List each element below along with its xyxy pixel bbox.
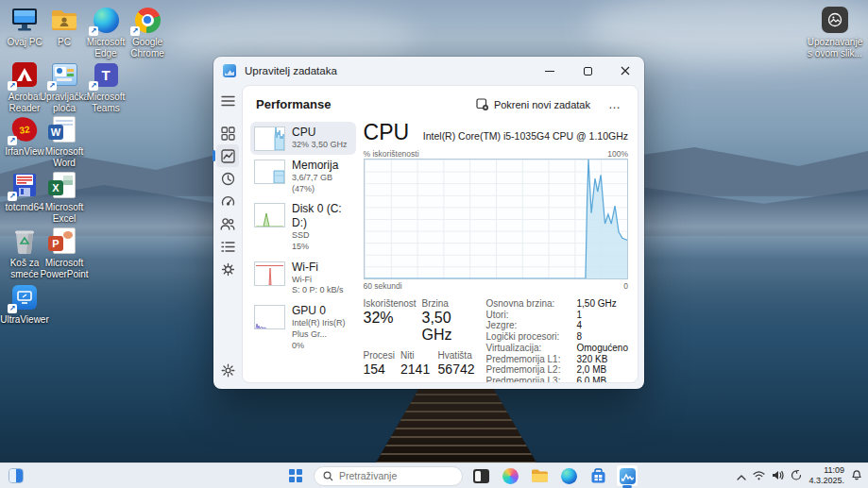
desktop-icon-ultraviewer[interactable]: UltraViewer [4, 283, 45, 326]
stat-label: Osnovna brzina: [486, 298, 577, 310]
search-icon [323, 471, 333, 481]
nav-app-history[interactable] [216, 167, 239, 190]
metric-item-wifi[interactable]: Wi-Fi Wi-Fi S: 0 P: 0 kB/s [250, 257, 356, 300]
start-button[interactable] [284, 464, 307, 487]
nav-performance[interactable] [216, 144, 239, 167]
window-title: Upravitelj zadataka [245, 65, 531, 76]
taskbar-search[interactable] [314, 466, 463, 486]
metric-name: Wi-Fi [292, 261, 344, 275]
gear-icon [221, 363, 235, 378]
nav-users[interactable] [216, 212, 239, 235]
cpu-usage-graph[interactable] [364, 159, 628, 279]
more-options-button[interactable]: … [604, 97, 626, 111]
stat-label: Hvatišta [438, 350, 475, 361]
notification-center-button[interactable] [851, 467, 862, 484]
metric-item-memory[interactable]: Memorija 3,6/7,7 GB (47%) [250, 155, 356, 198]
maximize-button[interactable] [569, 57, 606, 85]
nav-startup-apps[interactable] [216, 190, 239, 212]
desktop-icon-label: Microsoft Word [37, 146, 92, 168]
run-new-task-button[interactable]: Pokreni novi zadatak [468, 94, 598, 114]
stat-label: Logički procesori: [486, 331, 577, 343]
desktop-icon-label: Microsoft Teams [78, 92, 133, 113]
edge-button[interactable] [557, 464, 580, 487]
stat-value: 320 KB [577, 354, 608, 365]
microsoft-store-button[interactable] [587, 464, 609, 487]
stat-label: Predmemorija L3: [486, 376, 577, 383]
file-explorer-icon [531, 468, 549, 483]
minimize-button[interactable] [531, 57, 569, 85]
wifi-mini-graph [254, 261, 285, 286]
processes-icon [221, 126, 235, 141]
hamburger-menu-button[interactable] [216, 90, 239, 112]
tray-volume-button[interactable] [772, 467, 784, 484]
tray-date: 4.3.2025. [808, 476, 844, 486]
metric-name: GPU 0 [292, 304, 352, 318]
copilot-button[interactable] [499, 464, 521, 487]
startup-gauge-icon [221, 194, 235, 209]
task-view-button[interactable] [469, 464, 492, 487]
memory-mini-graph [254, 160, 285, 184]
taskbar-clock[interactable]: 11:09 4.3.2025. [808, 465, 844, 486]
floppy-disk-icon [9, 171, 40, 199]
widgets-icon [9, 468, 24, 483]
metric-item-cpu[interactable]: CPU 32% 3,50 GHz [250, 122, 356, 155]
services-gear-icon [221, 262, 235, 277]
stat-value: 1,50 GHz [577, 298, 617, 310]
disk-mini-graph [254, 203, 285, 227]
desktop-icon-spotlight[interactable]: Upoznavanje s ovom slik... [805, 6, 865, 59]
sync-arrow-icon [791, 470, 802, 480]
word-icon: W [49, 115, 79, 143]
metric-sub2: 15% [292, 242, 352, 253]
desktop-icon-powerpoint[interactable]: P Microsoft PowerPoint [43, 227, 85, 279]
metric-name: Disk 0 (C: D:) [292, 202, 352, 230]
teams-icon: T [91, 60, 121, 89]
recycle-bin-icon [9, 227, 40, 255]
maximize-icon [584, 67, 592, 76]
nav-details[interactable] [216, 235, 239, 258]
speaker-icon [772, 470, 784, 480]
nav-services[interactable] [216, 258, 239, 280]
cpu-detail-pane: CPU Intel(R) Core(TM) i5-1035G4 CPU @ 1.… [356, 120, 634, 382]
stat-label: Brzina [422, 298, 475, 309]
nav-rail [213, 85, 242, 389]
search-input[interactable] [339, 470, 443, 481]
chevron-up-icon [737, 475, 746, 480]
metric-item-gpu[interactable]: GPU 0 Intel(R) Iris(R) Plus Gr... 0% [250, 300, 356, 355]
desktop-icon-chrome[interactable]: Google Chrome [127, 6, 168, 59]
desktop-icon-label: Upoznavanje s ovom slik... [805, 37, 865, 59]
taskbar: 11:09 4.3.2025. [0, 463, 868, 488]
cpu-stats-primary: Iskorištenost 32% Brzina 3,50 GHz Proces… [364, 298, 475, 383]
desktop-icon-word[interactable]: W Microsoft Word [43, 115, 85, 168]
tray-chevron-button[interactable] [737, 467, 746, 484]
minimize-icon [545, 71, 554, 72]
page-title: Performanse [256, 97, 468, 111]
cpu-spec: Intel(R) Core(TM) i5-1035G4 CPU @ 1.10GH… [423, 130, 628, 142]
stat-value: 154 [364, 362, 401, 377]
desktop-icon-label: Google Chrome [120, 37, 175, 59]
stat-value: 3,50 GHz [422, 310, 475, 344]
spotlight-image-icon [820, 6, 850, 34]
stat-label: Predmemorija L1: [486, 354, 577, 365]
metric-sub: 32% 3,50 GHz [292, 140, 348, 151]
gpu-mini-graph [254, 305, 285, 329]
tray-network-button[interactable] [753, 467, 765, 484]
metric-item-disk[interactable]: Disk 0 (C: D:) SSD 15% [250, 198, 356, 256]
widgets-button[interactable] [5, 464, 27, 487]
stat-label: Predmemorija L2: [486, 364, 577, 376]
titlebar[interactable]: Upravitelj zadataka [213, 57, 644, 85]
metric-sub: 3,6/7,7 GB (47%) [292, 173, 352, 194]
close-button[interactable] [606, 57, 644, 85]
users-icon [220, 217, 235, 230]
stat-value: 56742 [438, 362, 475, 377]
graph-x-label: 60 sekundi [364, 281, 402, 291]
nav-processes[interactable] [216, 122, 239, 144]
stat-value: 6,0 MB [577, 376, 607, 383]
task-manager-taskbar-button[interactable] [616, 464, 638, 487]
desktop-icon-excel[interactable]: X Microsoft Excel [43, 171, 85, 224]
desktop-icon-label: Microsoft Excel [37, 202, 92, 224]
stat-value: 1 [577, 310, 583, 321]
file-explorer-button[interactable] [528, 464, 551, 487]
desktop-icon-teams[interactable]: T Microsoft Teams [85, 60, 127, 113]
settings-button[interactable] [216, 359, 239, 381]
tray-sync-button[interactable] [791, 467, 802, 484]
